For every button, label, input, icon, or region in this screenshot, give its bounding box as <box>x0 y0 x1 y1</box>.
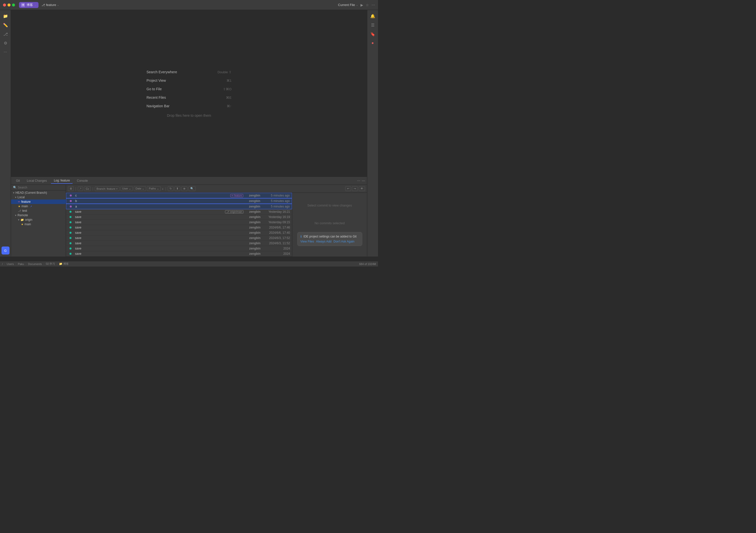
commit-row-save4[interactable]: save zengbin 2024/6/6, 17:46 <box>66 225 292 230</box>
regex-btn[interactable]: .* <box>78 186 83 191</box>
branch-selector[interactable]: ⎇ feature ⌄ <box>41 3 59 7</box>
commit-row-save7[interactable]: save zengbin 2024/6/3, 11:52 <box>66 241 292 246</box>
commit-row-save2[interactable]: save zengbin Yesterday 16:19 <box>66 215 292 220</box>
branch-sidebar-icon[interactable]: ⎇ <box>2 30 10 38</box>
filter-sep-2: | <box>92 187 93 191</box>
search-commits-btn[interactable]: 🔍 <box>188 186 196 191</box>
tab-close-icon[interactable]: — <box>362 179 365 182</box>
avatar-sidebar-icon[interactable]: ● <box>369 39 377 47</box>
commit-row-c[interactable]: c ✏ feature zengbin 5 minutes ago <box>66 193 292 198</box>
commits-list[interactable]: c ✏ feature zengbin 5 minutes ago b zeng… <box>66 193 292 256</box>
bottom-panel: Git Local Changes Log: feature Console ⋯… <box>11 176 367 256</box>
commit-row-save1[interactable]: save ⎇ origin/main zengbin Yesterday 16:… <box>66 209 292 215</box>
path-sep-4: › <box>43 262 44 265</box>
tree-test-branch[interactable]: ⎇ test <box>11 208 66 213</box>
git-sidebar-icon[interactable]: ✏️ <box>2 21 10 29</box>
commit-author-save9: zengbin <box>246 252 260 255</box>
redo-btn[interactable]: ↪ <box>352 186 358 191</box>
shortcut-recent-files: Recent Files ⌘E <box>147 94 231 100</box>
main-star-icon: ★ <box>18 205 20 208</box>
graph-save3 <box>68 221 73 223</box>
tab-settings-icon[interactable]: ⋯ <box>357 179 360 182</box>
star-icon[interactable]: ☆ <box>366 3 369 7</box>
commit-msg-save8: save <box>75 247 244 250</box>
more-sidebar-icon[interactable]: ··· <box>2 48 10 56</box>
commit-row-save3[interactable]: save zengbin Yesterday 09:15 <box>66 220 292 225</box>
case-btn[interactable]: Cc <box>84 186 91 191</box>
tree-local[interactable]: ▾ Local <box>11 195 66 200</box>
commit-date-save8: 2024 <box>262 247 290 250</box>
drop-files-hint: Drop files here to open them <box>167 114 211 118</box>
refresh-btn[interactable]: ↻ <box>168 186 174 191</box>
view-files-link[interactable]: View Files <box>301 240 314 243</box>
nav-right-icon[interactable]: › <box>162 187 164 191</box>
git-bottom-sidebar-icon[interactable]: G <box>2 247 10 254</box>
bookmark-sidebar-icon[interactable]: 🔖 <box>369 30 377 38</box>
tree-origin[interactable]: ▾ 📁 origin <box>11 218 66 222</box>
commit-author-save5: zengbin <box>246 231 260 234</box>
tab-local-changes[interactable]: Local Changes <box>24 178 50 183</box>
select-commit-text: Select commit to view changes <box>307 203 352 207</box>
main-branch-label: main <box>21 204 28 208</box>
graph-b <box>68 200 73 202</box>
current-file-button[interactable]: Current File ⌄ <box>338 3 358 7</box>
titlebar: 博 博客 ⌄ ⎇ feature ⌄ Current File ⌄ ▶ ☆ ⋯ <box>0 0 378 10</box>
commit-msg-save1: save <box>75 210 223 214</box>
tree-feature-branch[interactable]: ✏ feature <box>11 200 66 204</box>
commit-row-save5[interactable]: save zengbin 2024/6/6, 17:40 <box>66 230 292 235</box>
close-button[interactable] <box>3 4 6 7</box>
remote-collapse-icon: ▾ <box>15 214 16 217</box>
tab-git[interactable]: Git <box>13 178 23 183</box>
tree-main-branch[interactable]: ★ main ↗ <box>11 204 66 208</box>
plugin-sidebar-icon[interactable]: ⚙ <box>2 39 10 47</box>
maximize-button[interactable] <box>12 4 15 7</box>
shortcut-search-everywhere: Search Everywhere Double ⇧ <box>147 69 231 75</box>
commit-msg-save3: save <box>75 221 244 224</box>
folder-sidebar-icon[interactable]: 📁 <box>2 12 10 20</box>
log-sidebar-icon[interactable]: ☰ <box>369 21 377 29</box>
tab-log-feature[interactable]: Log: feature <box>51 178 73 184</box>
graph-save2 <box>68 216 73 218</box>
commit-msg-save9: save <box>75 252 244 255</box>
tree-origin-main[interactable]: ★ main <box>11 222 66 227</box>
tab-console[interactable]: Console <box>74 178 91 183</box>
branch-filter-btn[interactable]: Branch: feature × <box>95 186 120 191</box>
filter-all-btn[interactable]: ⊞ <box>68 186 74 191</box>
dont-ask-link[interactable]: Don't Ask Again <box>334 240 355 243</box>
commit-row-b[interactable]: b zengbin 5 minutes ago <box>66 198 292 204</box>
project-name: 博客 <box>26 3 33 7</box>
current-file-chevron-icon: ⌄ <box>356 4 358 6</box>
more-titlebar-icon[interactable]: ⋯ <box>371 3 375 7</box>
commit-msg-save7: save <box>75 242 244 245</box>
diff-btn[interactable]: 👁 <box>359 186 365 191</box>
commit-row-a[interactable]: a zengbin 5 minutes ago <box>66 204 292 209</box>
commit-row-save8[interactable]: save zengbin 2024 <box>66 246 292 251</box>
tree-search-box[interactable]: 🔍 <box>11 185 66 191</box>
tree-search-input[interactable] <box>18 186 64 189</box>
info-panel: Select commit to view changes No commits… <box>292 193 367 256</box>
always-add-link[interactable]: Always Add <box>316 240 332 243</box>
commit-msg-b: b <box>75 199 243 203</box>
minimize-button[interactable] <box>8 4 11 7</box>
branch-icon: ⎇ <box>41 3 45 7</box>
recent-files-keys: ⌘E <box>226 96 231 99</box>
main-content: Search Everywhere Double ⇧ Project View … <box>11 10 367 256</box>
graph-c <box>68 195 73 197</box>
commit-row-save6[interactable]: save zengbin 2024/6/3, 17:52 <box>66 235 292 241</box>
run-icon[interactable]: ▶ <box>361 3 363 7</box>
paths-filter-btn[interactable]: Paths ⌄ <box>147 186 160 191</box>
project-selector[interactable]: 博 博客 ⌄ <box>19 2 39 8</box>
commit-row-save9[interactable]: save zengbin 2024 <box>66 251 292 256</box>
search-everywhere-label: Search Everywhere <box>147 70 177 74</box>
commit-tag-save1: ⎇ origin/main <box>225 210 244 214</box>
user-filter-btn[interactable]: User ⌄ <box>121 186 133 191</box>
tree-remote[interactable]: ▾ Remote <box>11 213 66 218</box>
stash-btn[interactable]: ⬆ <box>175 186 180 191</box>
titlebar-right: Current File ⌄ ▶ ☆ ⋯ <box>338 3 375 7</box>
date-filter-btn[interactable]: Date ⌄ <box>134 186 146 191</box>
commit-author-c: zengbin <box>245 194 260 197</box>
undo-btn[interactable]: ↩ <box>345 186 351 191</box>
notification-sidebar-icon[interactable]: 🔔 <box>369 12 377 20</box>
eye-btn[interactable]: 👁 <box>181 186 187 191</box>
tree-head[interactable]: ▾ HEAD (Current Branch) <box>11 191 66 195</box>
